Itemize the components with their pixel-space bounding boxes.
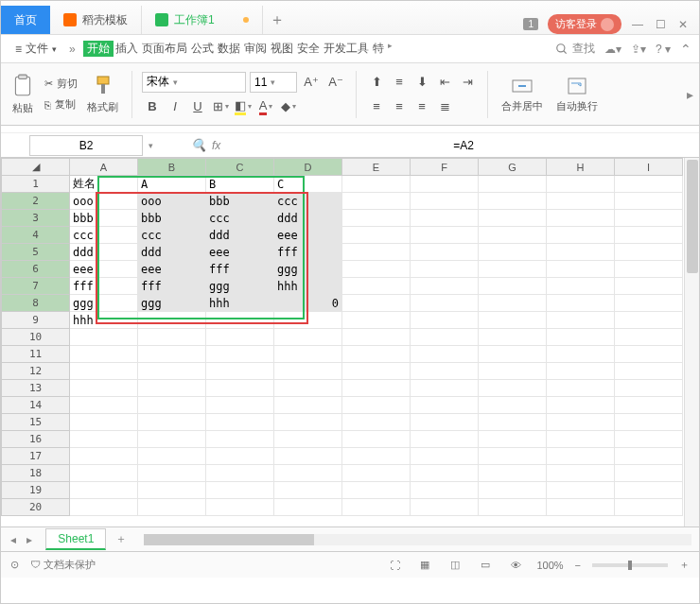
cell[interactable]: hhh	[70, 312, 138, 329]
cell[interactable]	[615, 210, 683, 227]
cell[interactable]: ggg	[274, 261, 342, 278]
zoom-slider[interactable]	[592, 563, 668, 567]
wrap-button[interactable]: 自动换行	[552, 66, 602, 123]
row-header[interactable]: 2	[2, 193, 70, 210]
cell[interactable]: hhh	[274, 278, 342, 295]
cell[interactable]	[479, 193, 547, 210]
cell[interactable]: hhh	[206, 295, 274, 312]
add-sheet-button[interactable]: ＋	[106, 531, 136, 547]
cell[interactable]: bbb	[138, 210, 206, 227]
cell[interactable]: ccc	[274, 193, 342, 210]
cell[interactable]	[479, 244, 547, 261]
row-header[interactable]: 11	[2, 346, 70, 363]
cell[interactable]	[342, 295, 411, 312]
cell[interactable]: eee	[274, 227, 342, 244]
row-header[interactable]: 12	[2, 363, 70, 380]
spreadsheet-grid[interactable]: ◢ A B C D E F G H I 1姓名ABC 2oooooobbbccc…	[1, 158, 699, 526]
insert-function-button[interactable]: 🔍	[191, 138, 206, 152]
cell[interactable]	[411, 244, 479, 261]
ribbon-tab-dev[interactable]: 开发工具	[322, 41, 371, 57]
normal-view-button[interactable]: ▦	[415, 558, 434, 573]
indent-left-button[interactable]: ⇤	[434, 72, 455, 93]
add-tab-button[interactable]: ＋	[263, 6, 291, 34]
font-size-select[interactable]: 11▾	[250, 72, 297, 93]
cell[interactable]	[479, 278, 547, 295]
login-button[interactable]: 访客登录	[548, 14, 621, 34]
cell[interactable]: bbb	[70, 210, 138, 227]
col-header-D[interactable]: D	[274, 159, 342, 176]
cell[interactable]: 姓名	[70, 176, 138, 193]
cell[interactable]: B	[206, 176, 274, 193]
col-header-A[interactable]: A	[70, 159, 138, 176]
align-right-button[interactable]: ≡	[411, 96, 432, 117]
paste-button[interactable]: 粘贴	[7, 66, 39, 123]
cell[interactable]	[342, 210, 411, 227]
row-header[interactable]: 5	[2, 244, 70, 261]
cloud-button[interactable]: ☁▾	[604, 43, 621, 56]
protect-status[interactable]: 🛡 文档未保护	[30, 558, 96, 572]
format-painter-button[interactable]: 格式刷	[83, 66, 122, 123]
fullscreen-button[interactable]: ⛶	[385, 558, 404, 573]
cell[interactable]	[342, 176, 411, 193]
cell[interactable]	[479, 210, 547, 227]
cell[interactable]: eee	[138, 261, 206, 278]
cell[interactable]	[615, 312, 683, 329]
formula-input[interactable]	[228, 136, 699, 155]
align-center-button[interactable]: ≡	[389, 96, 410, 117]
cell[interactable]	[479, 312, 547, 329]
ribbon-tab-view[interactable]: 视图	[269, 41, 295, 57]
cell[interactable]	[547, 295, 615, 312]
zoom-in-button[interactable]: ＋	[679, 558, 690, 572]
row-header[interactable]: 4	[2, 227, 70, 244]
cell[interactable]	[70, 329, 138, 346]
cell[interactable]	[547, 312, 615, 329]
row-header[interactable]: 16	[2, 431, 70, 448]
cell[interactable]: ddd	[274, 210, 342, 227]
cell[interactable]	[615, 176, 683, 193]
tab-templates[interactable]: 稻壳模板	[50, 6, 142, 34]
tab-workbook[interactable]: 工作簿1	[142, 6, 263, 34]
cell[interactable]: fff	[138, 278, 206, 295]
row-header[interactable]: 9	[2, 312, 70, 329]
cell[interactable]: fff	[206, 261, 274, 278]
cell[interactable]	[547, 193, 615, 210]
copy-button[interactable]: ⎘ 复制	[44, 95, 78, 114]
align-left-button[interactable]: ≡	[366, 96, 387, 117]
cell[interactable]	[411, 295, 479, 312]
col-header-C[interactable]: C	[206, 159, 274, 176]
cell[interactable]: fff	[70, 278, 138, 295]
cell[interactable]: ccc	[138, 227, 206, 244]
cell[interactable]	[411, 193, 479, 210]
row-header[interactable]: 1	[2, 176, 70, 193]
vertical-scrollbar[interactable]	[684, 158, 699, 526]
cell[interactable]	[411, 278, 479, 295]
cell[interactable]	[206, 312, 274, 329]
col-header-I[interactable]: I	[615, 159, 683, 176]
border-button[interactable]: ⊞	[210, 96, 231, 117]
cell[interactable]: ccc	[206, 210, 274, 227]
select-all-corner[interactable]: ◢	[2, 159, 70, 176]
row-header[interactable]: 3	[2, 210, 70, 227]
row-header[interactable]: 17	[2, 448, 70, 465]
cell[interactable]	[479, 295, 547, 312]
horizontal-scrollbar[interactable]	[144, 534, 691, 545]
cell[interactable]	[479, 176, 547, 193]
search-button[interactable]: 查找	[555, 41, 595, 57]
row-header[interactable]: 13	[2, 380, 70, 397]
cell[interactable]: ggg	[70, 295, 138, 312]
cell[interactable]	[547, 261, 615, 278]
close-button[interactable]: ✕	[676, 18, 690, 31]
record-icon[interactable]: ⊙	[10, 559, 19, 571]
scroll-thumb[interactable]	[687, 160, 698, 273]
cell[interactable]	[547, 176, 615, 193]
ribbon-tab-security[interactable]: 安全	[295, 41, 322, 57]
cell[interactable]: C	[274, 176, 342, 193]
cell[interactable]: A	[138, 176, 206, 193]
cell[interactable]: ddd	[70, 244, 138, 261]
cell[interactable]	[615, 295, 683, 312]
cell[interactable]	[274, 312, 342, 329]
row-header[interactable]: 8	[2, 295, 70, 312]
col-header-B[interactable]: B	[138, 159, 206, 176]
col-header-F[interactable]: F	[411, 159, 479, 176]
cell[interactable]	[411, 227, 479, 244]
